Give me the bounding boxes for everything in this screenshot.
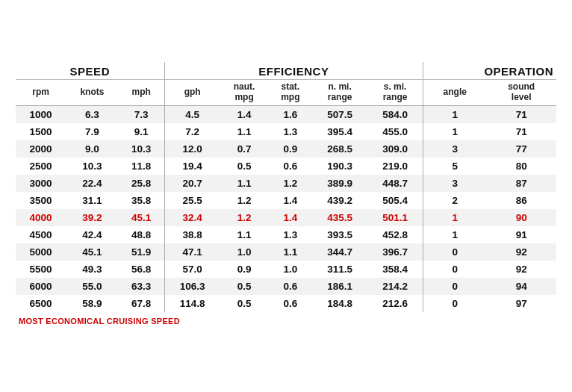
cell-rpm: 4500	[16, 226, 66, 243]
cell-mph: 51.9	[119, 243, 164, 261]
cell-gph: 25.5	[164, 192, 220, 209]
cell-s-range: 212.6	[367, 295, 423, 312]
cell-knots: 58.9	[66, 295, 119, 312]
cell-angle: 3	[423, 175, 487, 192]
table-row: 350031.135.825.51.21.4439.2505.4286	[16, 192, 556, 209]
cell-knots: 7.9	[66, 123, 119, 140]
cell-gph: 20.7	[164, 175, 220, 192]
cell-gph: 114.8	[164, 295, 220, 312]
table-row: 15007.99.17.21.11.3395.4455.0171	[16, 123, 556, 140]
cell-mph: 9.1	[119, 123, 164, 140]
cell-naut-mpg: 0.5	[220, 295, 269, 312]
cell-sound: 80	[486, 158, 556, 175]
cell-stat-mpg: 1.3	[268, 123, 312, 140]
col-sound: soundlevel	[486, 80, 556, 106]
cell-gph: 4.5	[164, 106, 220, 124]
cell-n-range: 190.3	[312, 158, 367, 175]
cell-naut-mpg: 1.2	[220, 192, 269, 209]
cell-mph: 7.3	[119, 106, 164, 124]
cell-knots: 22.4	[66, 175, 119, 192]
cell-naut-mpg: 0.5	[220, 278, 269, 295]
cell-angle: 2	[423, 192, 487, 209]
cell-gph: 38.8	[164, 226, 220, 243]
table-row: 250010.311.819.40.50.6190.3219.0580	[16, 158, 556, 175]
cell-n-range: 186.1	[312, 278, 367, 295]
col-stat-mpg: stat.mpg	[268, 80, 312, 106]
cell-s-range: 584.0	[367, 106, 423, 124]
cell-stat-mpg: 1.4	[268, 192, 312, 209]
cell-s-range: 505.4	[367, 192, 423, 209]
cell-naut-mpg: 1.0	[220, 243, 269, 261]
cell-naut-mpg: 0.5	[220, 158, 269, 175]
cell-stat-mpg: 1.2	[268, 175, 312, 192]
cell-n-range: 393.5	[312, 226, 367, 243]
cell-gph: 47.1	[164, 243, 220, 261]
cell-knots: 9.0	[66, 140, 119, 158]
cell-mph: 67.8	[119, 295, 164, 312]
table-row: 650058.967.8114.80.50.6184.8212.6097	[16, 295, 556, 312]
cell-s-range: 455.0	[367, 123, 423, 140]
cell-rpm: 5500	[16, 261, 66, 278]
cell-angle: 5	[423, 158, 487, 175]
cell-sound: 94	[486, 278, 556, 295]
cell-naut-mpg: 0.9	[220, 261, 269, 278]
cell-n-range: 268.5	[312, 140, 367, 158]
cell-rpm: 6500	[16, 295, 66, 312]
speed-section-header: SPEED	[16, 62, 164, 80]
cell-n-range: 395.4	[312, 123, 367, 140]
cell-knots: 49.3	[66, 261, 119, 278]
cell-knots: 10.3	[66, 158, 119, 175]
data-table: SPEED EFFICIENCY OPERATION rpm knots mph…	[16, 62, 556, 312]
cell-gph: 7.2	[164, 123, 220, 140]
col-naut-mpg: naut.mpg	[220, 80, 269, 106]
cell-stat-mpg: 1.4	[268, 209, 312, 226]
cell-stat-mpg: 1.1	[268, 243, 312, 261]
cell-rpm: 4000	[16, 209, 66, 226]
cell-gph: 106.3	[164, 278, 220, 295]
cell-n-range: 435.5	[312, 209, 367, 226]
cell-stat-mpg: 0.6	[268, 158, 312, 175]
cell-sound: 97	[486, 295, 556, 312]
cell-mph: 45.1	[119, 209, 164, 226]
cell-knots: 39.2	[66, 209, 119, 226]
cell-s-range: 448.7	[367, 175, 423, 192]
col-angle: angle	[423, 80, 487, 106]
cell-knots: 55.0	[66, 278, 119, 295]
cell-s-range: 219.0	[367, 158, 423, 175]
col-knots: knots	[66, 80, 119, 106]
cell-rpm: 1000	[16, 106, 66, 124]
cell-rpm: 3500	[16, 192, 66, 209]
cell-s-range: 309.0	[367, 140, 423, 158]
col-gph: gph	[164, 80, 220, 106]
cell-mph: 56.8	[119, 261, 164, 278]
cell-rpm: 6000	[16, 278, 66, 295]
cell-mph: 11.8	[119, 158, 164, 175]
cell-sound: 92	[486, 261, 556, 278]
cell-n-range: 507.5	[312, 106, 367, 124]
cell-rpm: 3000	[16, 175, 66, 192]
table-row: 450042.448.838.81.11.3393.5452.8191	[16, 226, 556, 243]
table-row: 500045.151.947.11.01.1344.7396.7092	[16, 243, 556, 261]
cell-knots: 45.1	[66, 243, 119, 261]
cell-sound: 92	[486, 243, 556, 261]
cell-n-range: 439.2	[312, 192, 367, 209]
cell-angle: 0	[423, 261, 487, 278]
col-n-range: n. mi.range	[312, 80, 367, 106]
cell-mph: 48.8	[119, 226, 164, 243]
cell-mph: 10.3	[119, 140, 164, 158]
efficiency-section-header: EFFICIENCY	[164, 62, 423, 80]
operation-section-header: OPERATION	[423, 62, 556, 80]
table-row: 400039.245.132.41.21.4435.5501.1190	[16, 209, 556, 226]
cell-stat-mpg: 1.6	[268, 106, 312, 124]
cell-s-range: 452.8	[367, 226, 423, 243]
cell-naut-mpg: 1.4	[220, 106, 269, 124]
cell-angle: 1	[423, 226, 487, 243]
col-mph: mph	[119, 80, 164, 106]
cell-gph: 57.0	[164, 261, 220, 278]
cell-n-range: 184.8	[312, 295, 367, 312]
table-row: 550049.356.857.00.91.0311.5358.4092	[16, 261, 556, 278]
cell-sound: 77	[486, 140, 556, 158]
cell-knots: 31.1	[66, 192, 119, 209]
cell-rpm: 1500	[16, 123, 66, 140]
table-container: SPEED EFFICIENCY OPERATION rpm knots mph…	[10, 55, 562, 337]
